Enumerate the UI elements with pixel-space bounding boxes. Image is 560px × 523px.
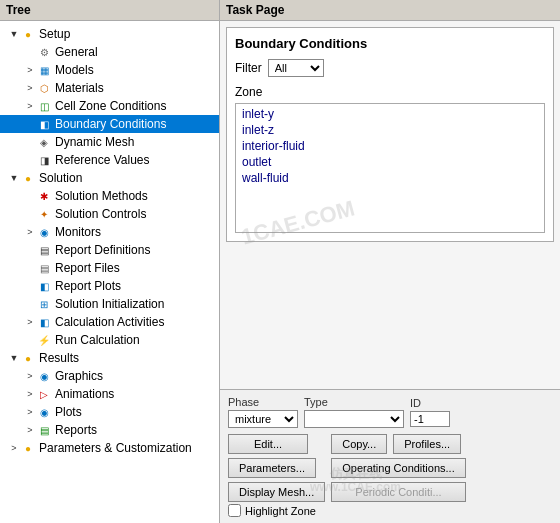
tree-item-results[interactable]: ▼●Results bbox=[0, 349, 219, 367]
icon-results: ● bbox=[20, 350, 36, 366]
tree-item-solution-init[interactable]: ⊞Solution Initialization bbox=[0, 295, 219, 313]
phase-type-row: Phase mixture Type ID bbox=[228, 396, 552, 428]
label-cell-zone: Cell Zone Conditions bbox=[55, 99, 166, 113]
filter-select[interactable]: All Inlet Outlet Wall bbox=[268, 59, 324, 77]
left-panel: Tree ▼●Setup ⚙General>▦Models>⬡Materials… bbox=[0, 0, 220, 523]
icon-general: ⚙ bbox=[36, 44, 52, 60]
arrow-results: ▼ bbox=[8, 353, 20, 363]
type-group: Type bbox=[304, 396, 404, 428]
edit-button[interactable]: Edit... bbox=[228, 434, 308, 454]
tree-item-models[interactable]: >▦Models bbox=[0, 61, 219, 79]
parameters-button[interactable]: Parameters... bbox=[228, 458, 316, 478]
id-input[interactable] bbox=[410, 411, 450, 427]
label-materials: Materials bbox=[55, 81, 104, 95]
icon-materials: ⬡ bbox=[36, 80, 52, 96]
tree-item-report-plots[interactable]: ◧Report Plots bbox=[0, 277, 219, 295]
highlight-zone-checkbox[interactable] bbox=[228, 504, 241, 517]
label-reference-values: Reference Values bbox=[55, 153, 150, 167]
tree-item-plots[interactable]: >◉Plots bbox=[0, 403, 219, 421]
arrow-setup: ▼ bbox=[8, 29, 20, 39]
row3: Display Mesh... bbox=[228, 482, 325, 502]
filter-label: Filter bbox=[235, 61, 262, 75]
arrow-models: > bbox=[24, 65, 36, 75]
task-content: Boundary Conditions Filter All Inlet Out… bbox=[220, 21, 560, 389]
tree-item-boundary-conditions[interactable]: ◧Boundary Conditions bbox=[0, 115, 219, 133]
bc-title: Boundary Conditions bbox=[235, 36, 545, 51]
type-label: Type bbox=[304, 396, 404, 408]
zone-item[interactable]: interior-fluid bbox=[238, 138, 542, 154]
icon-calc-activities: ◧ bbox=[36, 314, 52, 330]
arrow-plots: > bbox=[24, 407, 36, 417]
tree-item-solution[interactable]: ▼●Solution bbox=[0, 169, 219, 187]
tree-item-params[interactable]: >●Parameters & Customization bbox=[0, 439, 219, 457]
tree-item-solution-methods[interactable]: ✱Solution Methods bbox=[0, 187, 219, 205]
label-params: Parameters & Customization bbox=[39, 441, 192, 455]
display-mesh-button[interactable]: Display Mesh... bbox=[228, 482, 325, 502]
zone-list: inlet-yinlet-zinterior-fluidoutletwall-f… bbox=[235, 103, 545, 233]
copy-button[interactable]: Copy... bbox=[331, 434, 387, 454]
phase-group: Phase mixture bbox=[228, 396, 298, 428]
phase-select[interactable]: mixture bbox=[228, 410, 298, 428]
icon-report-definitions: ▤ bbox=[36, 242, 52, 258]
highlight-row: Highlight Zone bbox=[228, 504, 552, 517]
label-dynamic-mesh: Dynamic Mesh bbox=[55, 135, 134, 149]
icon-reference-values: ◨ bbox=[36, 152, 52, 168]
row1: Edit... bbox=[228, 434, 325, 454]
right-row2: Operating Conditions... bbox=[331, 458, 466, 478]
type-select[interactable] bbox=[304, 410, 404, 428]
task-page-header: Task Page bbox=[220, 0, 560, 21]
zone-label: Zone bbox=[235, 85, 545, 99]
tree-item-calc-activities[interactable]: >◧Calculation Activities bbox=[0, 313, 219, 331]
arrow-materials: > bbox=[24, 83, 36, 93]
tree-item-report-definitions[interactable]: ▤Report Definitions bbox=[0, 241, 219, 259]
label-animations: Animations bbox=[55, 387, 114, 401]
label-graphics: Graphics bbox=[55, 369, 103, 383]
tree-item-dynamic-mesh[interactable]: ◈Dynamic Mesh bbox=[0, 133, 219, 151]
icon-dynamic-mesh: ◈ bbox=[36, 134, 52, 150]
zone-item[interactable]: wall-fluid bbox=[238, 170, 542, 186]
tree-item-reference-values[interactable]: ◨Reference Values bbox=[0, 151, 219, 169]
tree-item-general[interactable]: ⚙General bbox=[0, 43, 219, 61]
arrow-animations: > bbox=[24, 389, 36, 399]
tree-item-report-files[interactable]: ▤Report Files bbox=[0, 259, 219, 277]
label-reports: Reports bbox=[55, 423, 97, 437]
arrow-params: > bbox=[8, 443, 20, 453]
tree-item-solution-controls[interactable]: ✦Solution Controls bbox=[0, 205, 219, 223]
id-label: ID bbox=[410, 397, 450, 409]
arrow-solution: ▼ bbox=[8, 173, 20, 183]
tree-item-setup[interactable]: ▼●Setup bbox=[0, 25, 219, 43]
bottom-section: Phase mixture Type ID Edit... bbox=[220, 389, 560, 523]
tree-item-run-calc[interactable]: ⚡Run Calculation bbox=[0, 331, 219, 349]
icon-setup: ● bbox=[20, 26, 36, 42]
tree-item-monitors[interactable]: >◉Monitors bbox=[0, 223, 219, 241]
icon-monitors: ◉ bbox=[36, 224, 52, 240]
zone-item[interactable]: outlet bbox=[238, 154, 542, 170]
arrow-calc-activities: > bbox=[24, 317, 36, 327]
zone-item[interactable]: inlet-z bbox=[238, 122, 542, 138]
profiles-button[interactable]: Profiles... bbox=[393, 434, 461, 454]
tree-item-graphics[interactable]: >◉Graphics bbox=[0, 367, 219, 385]
icon-graphics: ◉ bbox=[36, 368, 52, 384]
arrow-cell-zone: > bbox=[24, 101, 36, 111]
icon-plots: ◉ bbox=[36, 404, 52, 420]
label-solution-methods: Solution Methods bbox=[55, 189, 148, 203]
right-buttons: Copy... Profiles... Operating Conditions… bbox=[331, 434, 466, 502]
tree-item-materials[interactable]: >⬡Materials bbox=[0, 79, 219, 97]
icon-solution-methods: ✱ bbox=[36, 188, 52, 204]
icon-report-files: ▤ bbox=[36, 260, 52, 276]
label-setup: Setup bbox=[39, 27, 70, 41]
all-buttons-area: Edit... Parameters... Display Mesh... Co… bbox=[228, 434, 552, 502]
icon-solution-init: ⊞ bbox=[36, 296, 52, 312]
tree-item-animations[interactable]: >▷Animations bbox=[0, 385, 219, 403]
arrow-graphics: > bbox=[24, 371, 36, 381]
highlight-zone-label[interactable]: Highlight Zone bbox=[228, 504, 316, 517]
tree-item-cell-zone[interactable]: >◫Cell Zone Conditions bbox=[0, 97, 219, 115]
icon-reports: ▤ bbox=[36, 422, 52, 438]
icon-cell-zone: ◫ bbox=[36, 98, 52, 114]
tree-item-reports[interactable]: >▤Reports bbox=[0, 421, 219, 439]
periodic-conditions-button[interactable]: Periodic Conditi... bbox=[331, 482, 466, 502]
icon-solution: ● bbox=[20, 170, 36, 186]
operating-conditions-button[interactable]: Operating Conditions... bbox=[331, 458, 466, 478]
icon-models: ▦ bbox=[36, 62, 52, 78]
zone-item[interactable]: inlet-y bbox=[238, 106, 542, 122]
